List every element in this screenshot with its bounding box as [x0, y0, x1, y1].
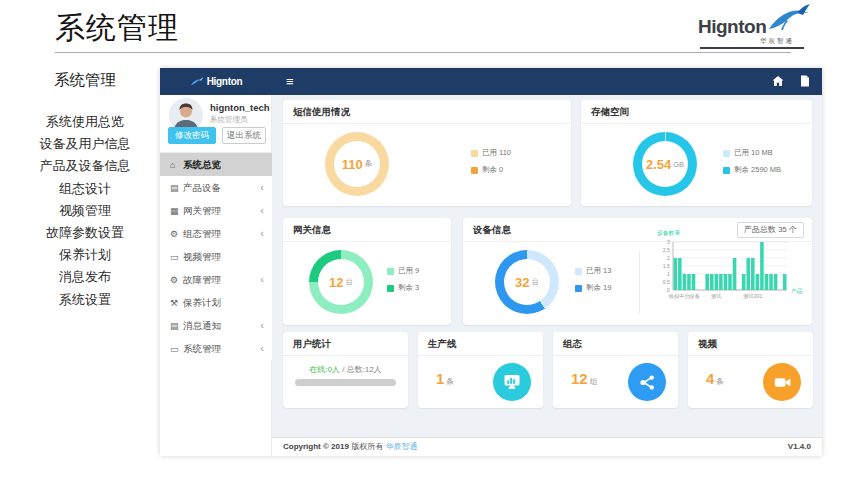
wrench-icon: ⚒: [170, 292, 183, 315]
storage-donut-chart: 2.54GB: [633, 132, 697, 196]
sidebar-item-fault-management[interactable]: ⚙故障管理‹: [160, 268, 272, 291]
share-icon: [628, 363, 666, 401]
sidebar-logo: Hignton: [160, 68, 272, 95]
sms-donut-chart: 110条: [325, 132, 389, 196]
svg-text:3: 3: [667, 239, 670, 245]
svg-text:模拟中台设备: 模拟中台设备: [669, 293, 700, 300]
left-nav-item-system-settings[interactable]: 系统设置: [15, 289, 155, 311]
left-nav-item-video-management[interactable]: 视频管理: [15, 200, 155, 222]
production-line-card: 生产线 1条: [418, 332, 543, 408]
legend-label: 剩余 3: [398, 283, 419, 293]
legend-swatch: [723, 150, 730, 157]
sidebar-item-maintenance-plan[interactable]: ⚒保养计划: [160, 291, 272, 314]
storage-legend: 已用 10 MB 剩余 2590 MB: [723, 148, 781, 182]
sidebar-item-label: 产品设备: [183, 182, 221, 193]
left-nav-item-config-design[interactable]: 组态设计: [15, 178, 155, 200]
device-donut-chart: 32台: [495, 250, 559, 314]
video-count: 4条: [706, 370, 724, 387]
stat-value: 4: [706, 370, 714, 387]
company-link[interactable]: 华辰智通: [385, 442, 417, 451]
legend-swatch: [575, 285, 582, 292]
hignton-logo: Hignton 华辰智通: [698, 4, 810, 52]
sms-usage-card: 短信使用情况 110条 已用 110 剩余 0: [283, 100, 571, 206]
device-bar-chart: 设备数量产品00.511.522.53模拟中台设备测试测试001: [649, 226, 804, 322]
user-progress-bar: [295, 379, 396, 386]
legend-label: 剩余 0: [482, 165, 503, 175]
sidebar-item-system-management[interactable]: ▭系统管理‹: [160, 337, 272, 360]
user-stats-card: 用户统计 在线:0人 / 总数:12人: [283, 332, 408, 408]
home-icon[interactable]: [772, 75, 784, 87]
chevron-left-icon: ‹: [260, 314, 264, 337]
legend-swatch: [387, 285, 394, 292]
left-nav-item-device-user-info[interactable]: 设备及用户信息: [15, 133, 155, 155]
legend-swatch: [387, 268, 394, 275]
grid-icon: ▦: [170, 200, 183, 223]
total-count: 总数:12人: [347, 365, 382, 374]
user-stats-text: 在线:0人 / 总数:12人: [283, 364, 408, 375]
sms-unit: 条: [365, 159, 373, 169]
legend-swatch: [575, 268, 582, 275]
change-password-button[interactable]: 修改密码: [168, 127, 216, 144]
stat-value: 12: [571, 370, 588, 387]
left-nav-item-maintenance-plan[interactable]: 保养计划: [15, 244, 155, 266]
sidebar-item-system-overview[interactable]: ⌂系统总览: [160, 153, 272, 176]
monitor-icon: ▭: [170, 338, 183, 361]
book-icon: ▤: [170, 177, 183, 200]
stat-value: 1: [436, 370, 444, 387]
gateway-unit: 台: [345, 277, 353, 287]
separator: /: [340, 365, 347, 374]
stat-unit: 条: [446, 377, 454, 386]
dashboard-footer: Copyright © 2019 版权所有 华辰智通 V1.4.0: [272, 437, 822, 456]
card-title: 组态: [563, 338, 582, 349]
sidebar-item-video-management[interactable]: ▭视频管理: [160, 245, 272, 268]
chevron-left-icon: ‹: [260, 176, 264, 199]
chevron-left-icon: ‹: [260, 268, 264, 291]
dashboard-topbar: ≡: [272, 68, 822, 95]
svg-text:2: 2: [667, 255, 670, 261]
online-count: 在线:0人: [309, 365, 340, 374]
svg-text:1.5: 1.5: [663, 263, 670, 269]
dashboard-sidebar: Hignton hignton_tech 系统管理员 修改密码 退出系统 ⌂系统…: [160, 68, 272, 456]
left-nav-item-fault-params[interactable]: 故障参数设置: [15, 222, 155, 244]
left-nav-item-usage-overview[interactable]: 系统使用总览: [15, 111, 155, 133]
gateway-info-card: 网关信息 12台 已用 9 剩余 3: [283, 218, 451, 325]
device-info-card: 设备信息 产品总数 35 个 32台 已用 13 剩余 19 设备数量产品00.…: [463, 218, 812, 325]
chevron-left-icon: ‹: [260, 222, 264, 245]
sidebar-menu: ⌂系统总览 ▤产品设备‹ ▦网关管理‹ ⚙组态管理‹ ▭视频管理 ⚙故障管理‹ …: [160, 152, 272, 360]
left-nav-item-message-publish[interactable]: 消息发布: [15, 266, 155, 288]
card-title: 生产线: [428, 338, 457, 349]
svg-text:0.5: 0.5: [663, 279, 670, 285]
svg-text:产品: 产品: [791, 288, 803, 295]
sidebar-item-config-management[interactable]: ⚙组态管理‹: [160, 222, 272, 245]
left-nav-item-product-device-info[interactable]: 产品及设备信息: [15, 155, 155, 177]
sidebar-item-product-device[interactable]: ▤产品设备‹: [160, 176, 272, 199]
svg-text:设备数量: 设备数量: [657, 229, 680, 237]
logo-wordmark: Hignton: [698, 16, 766, 38]
hamburger-menu-icon[interactable]: ≡: [286, 74, 294, 89]
sidebar-logo-wordmark: Hignton: [207, 76, 243, 87]
logo-underline: [700, 47, 804, 49]
sidebar-item-label: 视频管理: [183, 251, 221, 262]
gateway-count: 12: [329, 275, 343, 290]
sidebar-item-label: 网关管理: [183, 205, 221, 216]
card-divider: [639, 252, 640, 314]
document-icon[interactable]: [800, 75, 810, 87]
sidebar-item-label: 保养计划: [183, 297, 221, 308]
gateway-donut-chart: 12台: [309, 250, 373, 314]
username: hignton_tech: [210, 102, 270, 113]
sidebar-item-label: 消息通知: [183, 320, 221, 331]
legend-label: 已用 110: [482, 148, 511, 158]
gateway-legend: 已用 9 剩余 3: [387, 266, 419, 300]
sidebar-item-label: 组态管理: [183, 228, 221, 239]
card-title: 视频: [698, 338, 717, 349]
sidebar-item-gateway-management[interactable]: ▦网关管理‹: [160, 199, 272, 222]
version-text: V1.4.0: [788, 438, 811, 456]
sidebar-item-message-notification[interactable]: ▤消息通知‹: [160, 314, 272, 337]
logout-button[interactable]: 退出系统: [222, 127, 266, 144]
sms-legend: 已用 110 剩余 0: [471, 148, 511, 182]
chevron-left-icon: ‹: [260, 337, 264, 360]
sidebar-item-label: 系统管理: [183, 343, 221, 354]
legend-swatch: [471, 167, 478, 174]
svg-text:1: 1: [667, 271, 670, 277]
copyright-text: Copyright © 2019: [283, 442, 349, 451]
